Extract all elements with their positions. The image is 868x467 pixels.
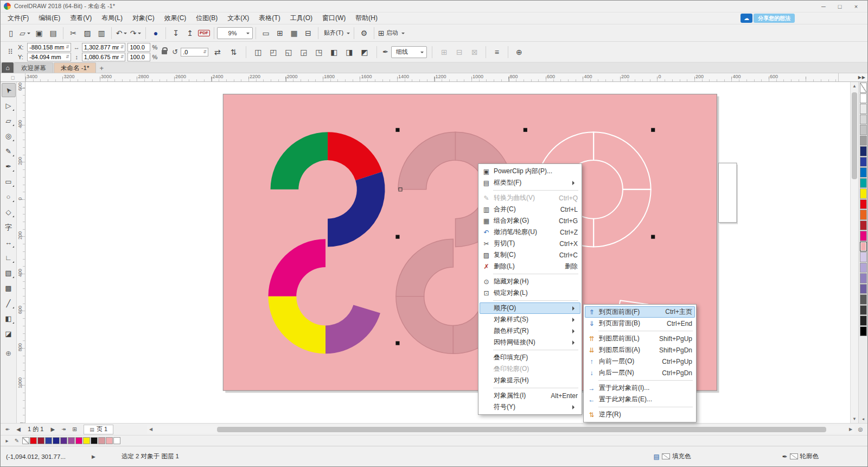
color-swatch[interactable]: [860, 157, 867, 167]
color-swatch[interactable]: [860, 326, 867, 337]
tab-scroll-right-icon[interactable]: ▶: [858, 75, 861, 80]
color-swatch[interactable]: [860, 294, 867, 305]
menu-help[interactable]: 帮助(H): [350, 12, 382, 24]
order-back-one[interactable]: ↓ 向后一层(N) Ctrl+PgDn: [585, 367, 695, 378]
show-guidelines-button[interactable]: ⊟: [301, 26, 315, 40]
color-swatch[interactable]: [22, 437, 29, 444]
color-swatch[interactable]: [113, 437, 120, 444]
drawing-canvas[interactable]: [25, 82, 850, 423]
menu-tools[interactable]: 工具(O): [285, 12, 317, 24]
color-swatch[interactable]: [860, 167, 867, 178]
color-swatch[interactable]: [91, 437, 98, 444]
color-swatch[interactable]: [860, 220, 867, 231]
print-button[interactable]: ▤: [46, 26, 60, 40]
export-button[interactable]: ↥: [183, 26, 197, 40]
order-to-front-of-layer[interactable]: ⇈ 到图层前面(L) Shift+PgUp: [585, 333, 695, 344]
color-swatch[interactable]: [860, 242, 867, 252]
color-swatch[interactable]: [860, 136, 867, 146]
color-swatch[interactable]: [860, 115, 867, 125]
mirror-vertical-button[interactable]: ⇅: [227, 45, 241, 59]
x-position-input[interactable]: [28, 43, 66, 51]
ctx-overprint-fill[interactable]: 叠印填充(F): [480, 352, 580, 363]
first-page-button[interactable]: ↞: [3, 425, 12, 434]
ctx-order[interactable]: 顺序(O): [480, 302, 580, 314]
rotation-angle-field[interactable]: ⇵: [181, 48, 208, 56]
scroll-up-icon[interactable]: ▲: [851, 82, 858, 90]
scroll-right-icon[interactable]: ▶: [847, 426, 854, 433]
color-swatch[interactable]: [860, 199, 867, 210]
color-swatch[interactable]: [860, 252, 867, 262]
ctx-frame-type[interactable]: ▤ 框类型(F): [480, 177, 580, 188]
tab-untitled-1[interactable]: 未命名 -1*: [54, 62, 96, 73]
dimension-tool[interactable]: ↔: [2, 235, 16, 249]
home-tab-button[interactable]: ⌂: [2, 62, 14, 73]
object-height-input[interactable]: [82, 53, 120, 61]
feedback-widget[interactable]: ☁ 分享您的想法: [741, 14, 795, 23]
vertical-scroll-thumb[interactable]: [852, 92, 857, 179]
ruler-origin-button[interactable]: ◻: [1, 73, 25, 81]
color-swatch[interactable]: [860, 231, 867, 241]
spinner-icon[interactable]: ⇵: [120, 45, 125, 49]
show-grid-button[interactable]: ▦: [287, 26, 301, 40]
pick-tool[interactable]: ➤: [2, 83, 16, 97]
ctx-undo[interactable]: ↶ 撤消笔/轮廓(U) Ctrl+Z: [480, 226, 580, 238]
color-swatch[interactable]: [860, 83, 867, 93]
color-swatch[interactable]: [68, 437, 75, 444]
color-eyedropper-tool[interactable]: ╱: [2, 296, 16, 310]
artistic-media-tool[interactable]: ✒: [2, 159, 16, 173]
trim-button[interactable]: ◱: [282, 45, 296, 59]
ctx-powerclip-inside[interactable]: ▣ PowerClip 内部(P)...: [480, 166, 580, 177]
previous-page-button[interactable]: ◀: [14, 425, 23, 434]
import-button[interactable]: ↧: [169, 26, 183, 40]
new-tab-button[interactable]: +: [97, 63, 106, 73]
page-1-tab[interactable]: ▤页 1: [84, 425, 113, 434]
color-swatch[interactable]: [860, 210, 867, 220]
ctx-group-objects[interactable]: ▦ 组合对象(G) Ctrl+G: [480, 215, 580, 226]
connector-tool[interactable]: ∟: [2, 250, 16, 264]
color-swatch[interactable]: [98, 437, 105, 444]
color-swatch[interactable]: [53, 437, 60, 444]
fullscreen-preview-button[interactable]: ▭: [259, 26, 273, 40]
horizontal-scroll-track[interactable]: [155, 426, 847, 433]
order-forward-one[interactable]: ↑ 向前一层(O) Ctrl+PgUp: [585, 356, 695, 367]
freehand-tool[interactable]: ✎: [2, 144, 16, 158]
horizontal-scroll-thumb[interactable]: [217, 427, 826, 432]
ctx-object-properties[interactable]: 对象属性(I) Alt+Enter: [480, 390, 580, 401]
object-width-field[interactable]: ⇵: [82, 43, 126, 52]
tab-welcome-screen[interactable]: 欢迎屏幕: [14, 62, 53, 73]
combine-button[interactable]: ◫: [251, 45, 265, 59]
color-swatch[interactable]: [106, 437, 113, 444]
minimize-button[interactable]: ─: [815, 2, 832, 11]
color-swatch[interactable]: [860, 305, 867, 315]
crop-tool[interactable]: ▱: [2, 113, 16, 128]
scale-y-field[interactable]: [127, 53, 150, 61]
scale-x-field[interactable]: [127, 43, 150, 52]
ctx-hide-object[interactable]: ⊙ 隐藏对象(H): [480, 276, 580, 287]
color-swatch[interactable]: [860, 146, 867, 156]
scale-y-input[interactable]: [128, 53, 150, 61]
scale-x-input[interactable]: [128, 43, 150, 51]
y-position-input[interactable]: [28, 53, 66, 61]
edit-fill-button[interactable]: ⊟: [452, 45, 467, 59]
last-page-button[interactable]: ↠: [59, 425, 68, 434]
spinner-icon[interactable]: ⇵: [120, 54, 125, 59]
palette-edit-icon[interactable]: ✎: [12, 437, 21, 445]
menu-effects[interactable]: 效果(C): [159, 12, 192, 24]
zoom-tool[interactable]: ◎: [2, 129, 16, 143]
y-position-field[interactable]: ⇵: [27, 53, 71, 61]
color-swatch[interactable]: [860, 104, 867, 114]
copy-button[interactable]: ▨: [80, 26, 94, 40]
order-to-back-of-page[interactable]: ⇓ 到页面背面(B) Ctrl+End: [585, 318, 695, 329]
mirror-horizontal-button[interactable]: ⇄: [210, 45, 225, 59]
application-launcher-button[interactable]: ⊞ 启动: [377, 26, 406, 40]
horizontal-ruler[interactable]: 3400 3200 3000 2800 2600 2400 2200 2000 …: [25, 73, 838, 81]
outline-width-select[interactable]: 细线: [391, 46, 427, 58]
polygon-tool[interactable]: ◇: [2, 205, 16, 219]
search-content-button[interactable]: ●: [149, 26, 163, 40]
object-origin-selector[interactable]: ⠿: [5, 48, 16, 56]
color-swatch[interactable]: [860, 273, 867, 283]
snap-to-button[interactable]: 贴齐(T): [321, 26, 351, 40]
menu-bitmaps[interactable]: 位图(B): [191, 12, 222, 24]
scroll-down-icon[interactable]: ▼: [851, 415, 858, 423]
back-minus-front-button[interactable]: ◨: [342, 45, 356, 59]
